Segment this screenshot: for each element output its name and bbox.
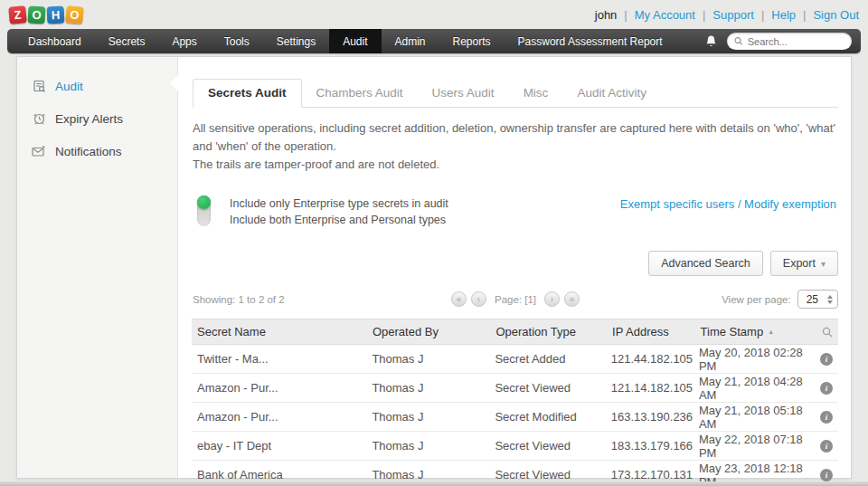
envelope-icon: [32, 144, 46, 158]
main-navbar: Dashboard Secrets Apps Tools Settings Au…: [7, 29, 861, 53]
column-header-secret-name[interactable]: Secret Name: [192, 325, 373, 338]
nav-item-settings[interactable]: Settings: [263, 29, 329, 53]
table-row[interactable]: Amazon - Pur... Thomas J Secret Viewed 1…: [192, 374, 838, 403]
info-icon[interactable]: i: [820, 353, 833, 366]
sidebar-item-expiry-alerts[interactable]: Expiry Alerts: [17, 102, 177, 135]
export-button[interactable]: Export ▾: [770, 251, 838, 276]
cell-operated-by: Thomas J: [372, 410, 495, 424]
cell-secret-name: Twitter - Ma...: [192, 352, 372, 366]
toggle-options-text: Include only Enterprise type secrets in …: [230, 195, 448, 228]
tab-users-audit[interactable]: Users Audit: [418, 80, 509, 107]
sign-out-link[interactable]: Sign Out: [813, 8, 859, 22]
page-controls: « ‹ Page: [1] › »: [451, 291, 580, 307]
tab-audit-activity[interactable]: Audit Activity: [562, 80, 661, 107]
prev-page-button[interactable]: ‹: [471, 291, 486, 307]
advanced-search-button[interactable]: Advanced Search: [648, 251, 763, 276]
pagination-row: Showing: 1 to 2 of 2 « ‹ Page: [1] › » V…: [193, 290, 838, 309]
logo-tile-o1: O: [28, 5, 46, 24]
cell-operation-type: Secret Added: [495, 352, 610, 366]
sidebar-item-label: Expiry Alerts: [55, 112, 123, 126]
stepper-icon: [827, 295, 833, 304]
logo-tile-h: H: [47, 5, 65, 24]
global-search-input[interactable]: [748, 36, 844, 47]
column-header-time-stamp[interactable]: Time Stamp ▲: [701, 325, 823, 338]
first-page-button[interactable]: «: [451, 291, 467, 307]
last-page-button[interactable]: »: [564, 291, 580, 307]
cell-time-stamp: May 21, 2018 04:28 AM: [699, 375, 820, 402]
cell-secret-name: ebay - IT Dept: [192, 439, 372, 453]
search-icon: [822, 327, 833, 338]
cell-operated-by: Thomas J: [372, 439, 495, 453]
sidebar-item-notifications[interactable]: Notifications: [17, 135, 177, 167]
audit-tabs: Secrets Audit Chambers Audit Users Audit…: [193, 79, 838, 108]
info-icon[interactable]: i: [820, 382, 833, 395]
table-row[interactable]: Twitter - Ma... Thomas J Secret Added 12…: [192, 345, 838, 374]
column-header-ip-address[interactable]: IP Address: [612, 325, 700, 338]
cell-secret-name: Amazon - Pur...: [192, 410, 372, 424]
search-icon: [734, 36, 743, 46]
tab-misc[interactable]: Misc: [509, 80, 563, 107]
cell-ip-address: 163.13.190.236: [611, 410, 699, 424]
column-header-operated-by[interactable]: Operated By: [373, 325, 495, 338]
table-header-row: Secret Name Operated By Operation Type I…: [192, 319, 838, 345]
showing-count-text: Showing: 1 to 2 of 2: [193, 294, 285, 305]
link-separator: |: [761, 8, 764, 22]
table-row[interactable]: Amazon - Pur... Thomas J Secret Modified…: [192, 403, 838, 432]
user-links: john | My Account | Support | Help | Sig…: [595, 8, 859, 22]
tab-secrets-audit[interactable]: Secrets Audit: [193, 79, 302, 108]
cell-operation-type: Secret Viewed: [495, 381, 610, 395]
notifications-bell-button[interactable]: [697, 29, 725, 53]
table-row[interactable]: ebay - IT Dept Thomas J Secret Viewed 18…: [192, 432, 838, 461]
cell-ip-address: 173.12.170.131: [611, 468, 699, 481]
alarm-clock-icon: [32, 111, 46, 126]
secret-type-toggle[interactable]: [197, 195, 211, 226]
next-page-button[interactable]: ›: [544, 291, 560, 307]
audit-filter-row: Include only Enterprise type secrets in …: [193, 195, 836, 228]
nav-item-password-assessment-report[interactable]: Password Assessment Report: [505, 29, 676, 53]
cell-operation-type: Secret Modified: [495, 410, 610, 424]
cell-time-stamp: May 22, 2018 07:18 PM: [699, 433, 820, 460]
bottom-edge-strip: [0, 481, 868, 486]
actions-row: Advanced Search Export ▾: [191, 251, 838, 276]
sidebar-item-audit[interactable]: Audit: [17, 70, 177, 102]
sort-ascending-icon: ▲: [768, 329, 774, 335]
cell-ip-address: 183.13.179.166: [611, 439, 699, 453]
info-icon[interactable]: i: [820, 440, 833, 453]
logo-tile-o2: O: [65, 5, 84, 24]
support-link[interactable]: Support: [712, 8, 754, 22]
audit-description: All sensitive operations, including secr…: [193, 119, 836, 174]
description-line-1: All sensitive operations, including secr…: [193, 119, 836, 156]
toggle-option-enterprise-only: Include only Enterprise type secrets in …: [230, 195, 448, 212]
cell-operation-type: Secret Viewed: [495, 468, 610, 481]
info-icon[interactable]: i: [820, 469, 833, 481]
nav-item-admin[interactable]: Admin: [382, 29, 439, 53]
export-label: Export: [783, 257, 816, 270]
help-link[interactable]: Help: [771, 8, 796, 22]
link-separator: |: [703, 8, 705, 22]
cell-ip-address: 121.44.182.105: [611, 352, 699, 366]
nav-item-apps[interactable]: Apps: [158, 29, 210, 53]
current-username: john: [595, 8, 618, 22]
tab-chambers-audit[interactable]: Chambers Audit: [302, 80, 418, 107]
my-account-link[interactable]: My Account: [635, 8, 695, 22]
description-line-2: The trails are tamper-proof and are not …: [193, 156, 836, 174]
nav-item-secrets[interactable]: Secrets: [95, 29, 159, 53]
audit-icon: [32, 79, 46, 93]
column-header-operation-type[interactable]: Operation Type: [495, 325, 612, 338]
nav-item-tools[interactable]: Tools: [211, 29, 263, 53]
table-search-toggle[interactable]: [822, 327, 838, 338]
nav-item-audit[interactable]: Audit: [329, 29, 381, 53]
zoho-logo[interactable]: Z O H O: [9, 6, 83, 24]
cell-secret-name: Bank of America: [192, 468, 372, 481]
cell-ip-address: 121.14.182.105: [611, 381, 699, 395]
info-icon[interactable]: i: [820, 411, 833, 424]
nav-item-dashboard[interactable]: Dashboard: [14, 29, 95, 53]
cell-secret-name: Amazon - Pur...: [192, 381, 372, 395]
exempt-users-link[interactable]: Exempt specific users / Modify exemption: [620, 197, 836, 211]
top-header: Z O H O john | My Account | Support | He…: [0, 0, 868, 29]
view-per-page-select[interactable]: 25: [797, 290, 838, 309]
nav-item-reports[interactable]: Reports: [439, 29, 505, 53]
view-per-page-value: 25: [807, 293, 818, 306]
current-page-label: Page: [1]: [495, 294, 536, 305]
cell-operation-type: Secret Viewed: [495, 439, 610, 453]
